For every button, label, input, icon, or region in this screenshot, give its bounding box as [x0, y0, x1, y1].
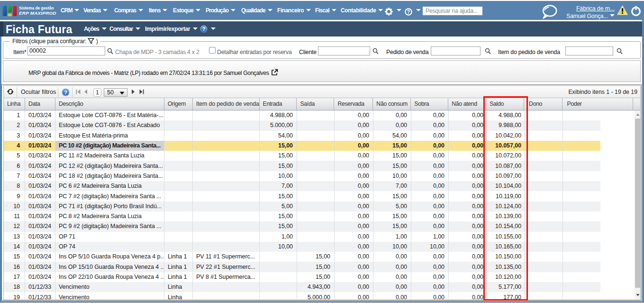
svg-text:?: ? — [407, 9, 409, 14]
svg-text:?: ? — [64, 90, 67, 95]
svg-text:?: ? — [202, 26, 206, 32]
